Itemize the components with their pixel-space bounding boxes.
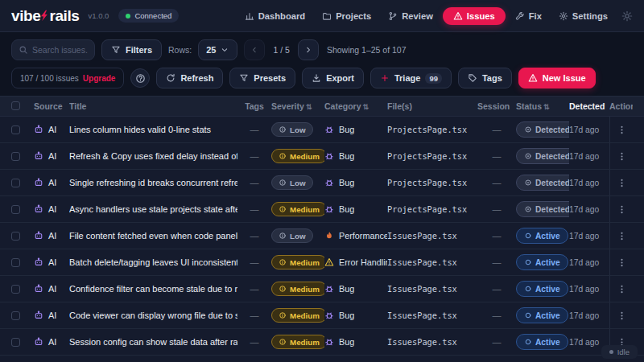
action-toolbar: 107 / 100 issues Upgrade Refresh Presets… [0,64,644,96]
issue-title[interactable]: Async handlers use stale projects state … [69,204,237,214]
select-all-checkbox[interactable] [11,101,20,110]
rows-per-page-select[interactable]: 25 [198,39,237,60]
table-row[interactable]: AICode viewer can display wrong file due… [0,302,644,329]
row-actions-menu[interactable] [617,284,627,294]
issue-title[interactable]: Lines column hides valid 0-line stats [69,125,237,134]
presets-button[interactable]: Presets [229,68,295,88]
app-logo: vibe rails [11,7,80,25]
issue-title[interactable]: Confidence filter can become stale due t… [69,284,237,294]
refresh-button[interactable]: Refresh [156,68,223,88]
source-cell: AI [34,178,69,187]
file-cell[interactable]: ProjectsPage.tsx [387,125,477,134]
status-badge: Active [516,307,568,323]
status-label: Active [535,311,560,320]
category-cell: Bug [324,125,387,134]
row-actions-menu[interactable] [617,204,627,215]
file-cell[interactable]: IssuesPage.tsx [387,284,477,294]
file-cell[interactable]: IssuesPage.tsx [387,311,477,320]
status-label: Active [535,285,560,294]
next-page-button[interactable] [298,39,319,60]
table-row[interactable]: AIRefresh & Copy uses fixed delay instea… [0,143,644,170]
file-cell[interactable]: IssuesPage.tsx [387,231,477,241]
sort-icon: ⇅ [363,103,369,111]
file-cell[interactable]: IssuesPage.tsx [387,337,477,347]
col-status[interactable]: Status⇅ [516,101,569,111]
nav-dashboard[interactable]: Dashboard [237,7,312,25]
row-checkbox[interactable] [11,232,20,241]
severity-badge: Medium [271,282,324,296]
status-label: Active [535,338,560,347]
table-row[interactable]: AIConfidence filter can become stale due… [0,276,644,302]
table-row[interactable]: AIAsync handlers use stale projects stat… [0,196,644,223]
table-row[interactable]: AISession config can show stale data aft… [0,329,644,356]
rows-value: 25 [206,45,216,55]
new-issue-label: New Issue [543,73,586,83]
tags-cell: — [237,204,271,214]
file-cell[interactable]: ProjectsPage.tsx [387,151,477,161]
file-cell[interactable]: IssuesPage.tsx [387,257,477,267]
issue-title[interactable]: File content fetched even when code pane… [69,231,237,241]
idle-dot-icon [609,350,613,354]
table-row[interactable]: AIFile content fetched even when code pa… [0,223,644,249]
row-actions-menu[interactable] [617,178,627,188]
tags-button[interactable]: Tags [458,68,512,88]
row-checkbox[interactable] [11,179,20,187]
source-label: AI [48,337,56,347]
help-button[interactable] [130,68,150,88]
table-row[interactable]: AIBatch delete/tagging leaves UI inconsi… [0,249,644,276]
row-checkbox[interactable] [11,125,20,134]
nav-review[interactable]: Review [381,7,440,25]
file-cell[interactable]: ProjectsPage.tsx [387,178,477,187]
new-issue-button[interactable]: New Issue [518,68,596,88]
issue-title[interactable]: Code viewer can display wrong file due t… [69,311,237,320]
nav-projects[interactable]: Projects [315,7,378,25]
prev-page-button[interactable] [244,39,265,60]
issue-title[interactable]: Batch delete/tagging leaves UI inconsist… [69,257,237,267]
row-checkbox[interactable] [11,152,20,161]
table-row[interactable]: AISingle refreshing id breaks concurrent… [0,170,644,196]
theme-toggle[interactable] [621,10,633,22]
upgrade-link[interactable]: Upgrade [83,74,116,83]
tags-cell: — [237,125,271,134]
row-checkbox[interactable] [11,205,20,214]
export-button[interactable]: Export [302,68,364,88]
issue-title[interactable]: Refresh & Copy uses fixed delay instead … [69,151,237,161]
funnel-icon [111,45,121,55]
triage-button[interactable]: Triage 99 [370,68,452,88]
source-label: AI [48,204,56,214]
file-cell[interactable]: ProjectsPage.tsx [387,204,477,214]
source-cell: AI [34,311,69,320]
row-actions-menu[interactable] [617,151,627,162]
triage-label: Triage [394,73,420,83]
logo-text-left: vibe [11,7,40,25]
nav-fix[interactable]: Fix [508,7,549,25]
row-checkbox[interactable] [11,285,20,294]
row-actions-menu[interactable] [617,125,627,135]
row-checkbox[interactable] [11,338,20,347]
bug-icon [324,204,334,214]
severity-label: Medium [290,285,320,294]
session-cell: — [477,125,516,134]
table-row[interactable]: AILines column hides valid 0-line stats—… [0,117,644,143]
session-cell: — [477,337,516,347]
bug-icon [324,178,334,187]
filters-button[interactable]: Filters [101,39,162,60]
robot-icon [34,178,43,187]
col-detected[interactable]: Detected [569,101,609,111]
issue-title[interactable]: Single refreshing id breaks concurrent r… [69,178,237,187]
info-icon [279,125,287,134]
issue-title[interactable]: Session config can show stale data after… [69,337,237,347]
status-badge: Detected [516,201,569,217]
row-checkbox[interactable] [11,258,20,267]
row-actions-menu[interactable] [617,257,627,268]
row-checkbox[interactable] [11,311,20,320]
search-input[interactable] [32,45,88,55]
nav-issues[interactable]: Issues [443,7,506,25]
robot-icon [34,284,43,294]
col-severity[interactable]: Severity⇅ [271,101,324,111]
col-category[interactable]: Category⇅ [324,101,387,111]
row-actions-menu[interactable] [617,231,627,241]
nav-settings[interactable]: Settings [551,7,615,25]
row-actions-menu[interactable] [617,311,627,321]
connected-dot-icon [126,14,130,19]
